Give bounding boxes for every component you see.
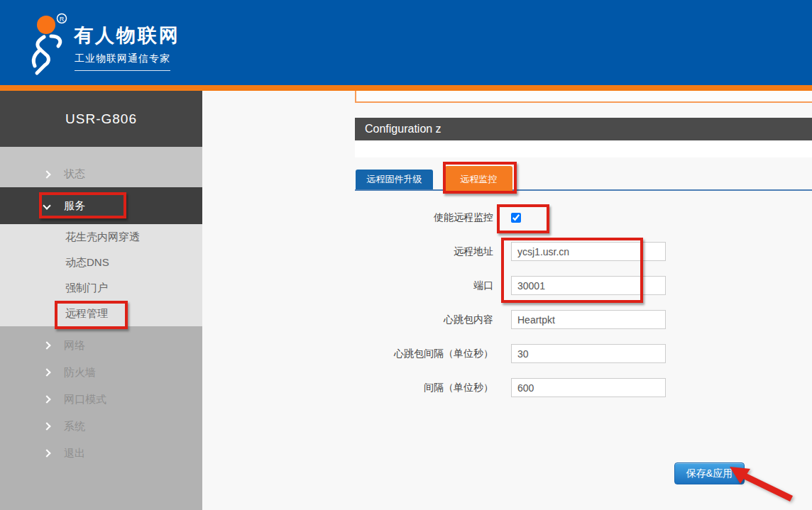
sidebar-item-label: 系统	[64, 420, 85, 433]
enable-remote-monitoring-checkbox[interactable]	[511, 213, 521, 223]
sidebar-item-system[interactable]: 系统	[0, 413, 202, 440]
interval-label: 间隔（单位秒）	[355, 382, 493, 394]
chevron-right-icon	[43, 422, 50, 430]
sidebar-item-logout[interactable]: 退出	[0, 440, 202, 467]
enable-remote-monitoring-label: 使能远程监控	[355, 211, 493, 224]
tab-remote-firmware-upgrade[interactable]: 远程固件升级	[356, 170, 433, 189]
page-title: Configuration z	[355, 118, 812, 140]
truncated-panel-edge	[355, 91, 812, 103]
sidebar-item-label: 退出	[64, 447, 85, 460]
save-apply-button[interactable]: 保存&应用	[674, 462, 745, 484]
usr-logo-icon: R	[20, 13, 75, 78]
heartbeat-interval-label: 心跳包间隔（单位秒）	[355, 348, 493, 360]
chevron-right-icon	[43, 395, 50, 403]
sidebar-item-label: 网口模式	[64, 393, 106, 406]
device-name: USR-G806	[0, 91, 202, 147]
heartbeat-interval-input[interactable]	[511, 344, 666, 363]
form-row-port: 端口	[355, 276, 666, 295]
sidebar-item-label: 服务	[64, 199, 85, 213]
sidebar-item-label: 网络	[64, 339, 85, 353]
sidebar-item-status[interactable]: 状态	[0, 147, 202, 187]
sidebar-bottom-group: 网络 防火墙 网口模式 系统 退出	[0, 326, 202, 510]
remote-address-label: 远程地址	[355, 245, 493, 258]
form-row-heartbeat-interval: 心跳包间隔（单位秒）	[355, 344, 666, 363]
sidebar: USR-G806 状态 服务 花生壳内网穿透 动态DNS 强制门户 远程管理 网…	[0, 91, 202, 510]
chevron-right-icon	[43, 341, 50, 349]
sidebar-item-port-mode[interactable]: 网口模式	[0, 386, 202, 413]
brand-subtitle: 工业物联网通信专家	[75, 52, 170, 71]
sidebar-item-firewall[interactable]: 防火墙	[0, 359, 202, 386]
sidebar-subitem-peanut-shell[interactable]: 花生壳内网穿透	[0, 224, 202, 250]
tab-underline	[355, 189, 812, 191]
panel-spacer	[355, 140, 812, 157]
app-header: R 有人物联网 工业物联网通信专家	[0, 0, 812, 85]
sidebar-item-services[interactable]: 服务	[0, 187, 202, 224]
services-submenu: 花生壳内网穿透 动态DNS 强制门户 远程管理	[0, 224, 202, 326]
interval-input[interactable]	[511, 378, 666, 397]
form-row-enable: 使能远程监控	[355, 208, 666, 227]
sidebar-subitem-remote-management[interactable]: 远程管理	[0, 301, 202, 326]
tab-remote-monitoring[interactable]: 远程监控	[445, 166, 512, 192]
sidebar-item-network[interactable]: 网络	[0, 332, 202, 359]
port-label: 端口	[355, 279, 493, 292]
form-row-heartbeat-content: 心跳包内容	[355, 310, 666, 329]
remote-address-input[interactable]	[511, 242, 666, 261]
sidebar-subitem-captive-portal[interactable]: 强制门户	[0, 275, 202, 301]
chevron-right-icon	[43, 449, 50, 457]
main-content: Configuration z 远程固件升级 远程监控 使能远程监控 远程地址 …	[202, 91, 812, 510]
usr-logo: R 有人物联网 工业物联网通信专家	[20, 13, 261, 81]
chevron-right-icon	[43, 170, 50, 178]
svg-text:R: R	[60, 16, 65, 23]
brand-title: 有人物联网	[74, 23, 180, 48]
chevron-right-icon	[43, 368, 50, 376]
port-input[interactable]	[511, 276, 666, 295]
chevron-down-icon	[43, 201, 50, 209]
sidebar-subitem-ddns[interactable]: 动态DNS	[0, 250, 202, 275]
sidebar-item-label: 防火墙	[64, 366, 96, 379]
heartbeat-content-label: 心跳包内容	[355, 314, 493, 326]
remote-monitoring-form: 使能远程监控 远程地址 端口 心跳包内容 心跳包间隔（单位秒） 间隔（单位秒）	[355, 208, 666, 412]
form-row-remote-address: 远程地址	[355, 242, 666, 261]
form-row-interval: 间隔（单位秒）	[355, 378, 666, 397]
sidebar-item-label: 状态	[64, 167, 85, 181]
header-accent-strip	[0, 85, 812, 91]
heartbeat-content-input[interactable]	[511, 310, 666, 329]
